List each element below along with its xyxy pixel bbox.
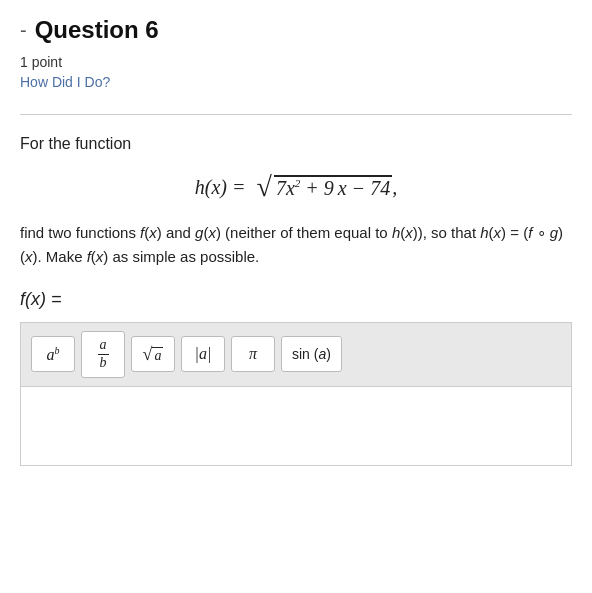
formula-lhs: h(x) = (195, 176, 251, 199)
pi-button[interactable]: π (231, 336, 275, 372)
page-container: - Question 6 1 point How Did I Do? For t… (0, 0, 592, 486)
sqrt-button[interactable]: √a (131, 336, 175, 372)
question-title: Question 6 (35, 16, 159, 44)
fraction-icon: a b (98, 337, 109, 372)
formula: h(x) = √ 7x2 + 9 x − 74 , (195, 173, 397, 201)
power-icon: ab (47, 345, 60, 364)
formula-comma: , (392, 176, 397, 199)
pi-icon: π (249, 345, 257, 363)
sin-button[interactable]: sin (a) (281, 336, 342, 372)
question-header: - Question 6 (20, 16, 572, 44)
dash-symbol: - (20, 19, 27, 42)
how-did-link[interactable]: How Did I Do? (20, 74, 572, 90)
power-button[interactable]: ab (31, 336, 75, 372)
sqrt-icon: √a (143, 344, 164, 365)
sqrt-inner: 7x2 + 9 x − 74 (276, 177, 390, 200)
formula-container: h(x) = √ 7x2 + 9 x − 74 , (20, 173, 572, 201)
description-text: find two functions f(x) and g(x) (neithe… (20, 221, 572, 269)
divider (20, 114, 572, 115)
abs-button[interactable]: |a| (181, 336, 225, 372)
fraction-button[interactable]: a b (81, 331, 125, 378)
sin-icon: sin (a) (292, 346, 331, 362)
intro-text: For the function (20, 135, 572, 153)
sqrt-symbol: √ (257, 173, 272, 201)
sqrt-expression: √ 7x2 + 9 x − 74 (257, 173, 393, 201)
math-toolbar: ab a b √a |a| π sin (a) (20, 322, 572, 386)
answer-input-area[interactable] (20, 386, 572, 466)
fx-label: f(x) = (20, 289, 572, 310)
exponent-2: 2 (295, 177, 301, 189)
abs-icon: |a| (195, 345, 212, 363)
points-label: 1 point (20, 54, 572, 70)
sqrt-content: 7x2 + 9 x − 74 (274, 175, 392, 200)
